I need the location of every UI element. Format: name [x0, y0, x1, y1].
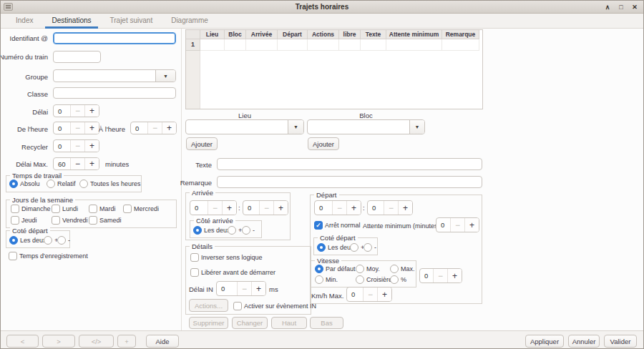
changer-button[interactable]: Changer — [232, 317, 268, 329]
increment-button[interactable]: + — [84, 158, 99, 169]
annuler-button[interactable]: Annuler — [568, 335, 600, 348]
spin-value[interactable]: 0 — [217, 282, 237, 295]
spin-value[interactable]: 0 — [54, 105, 70, 117]
spin-value[interactable]: 0 — [368, 201, 384, 215]
increment-button[interactable]: + — [464, 218, 479, 232]
checkbox-activer-evenement-in[interactable] — [233, 302, 242, 310]
radio-depart-plus[interactable] — [350, 243, 358, 252]
spin-value[interactable]: 0 — [54, 140, 70, 152]
checkbox-mercredi[interactable] — [123, 205, 132, 213]
radio-depart-les-deux[interactable] — [317, 243, 326, 252]
groupe-combobox[interactable]: ▼ — [53, 69, 176, 82]
increment-button[interactable]: + — [398, 201, 412, 215]
radio-toutes-les-heures[interactable] — [79, 180, 88, 188]
radio-cote-arrivee-moins[interactable] — [242, 226, 250, 235]
checkbox-dimanche[interactable] — [11, 205, 19, 213]
decrement-button[interactable]: − — [259, 201, 273, 215]
radio-depart-moins[interactable] — [364, 243, 372, 252]
bas-button[interactable]: Bas — [310, 317, 343, 329]
bloc-combobox[interactable]: ▼ — [307, 119, 425, 134]
spin-value[interactable]: 0 — [54, 122, 70, 134]
decrement-button[interactable]: − — [70, 105, 84, 117]
table-header-remarque[interactable]: Remarque — [442, 30, 479, 39]
spin-value[interactable]: 0 — [243, 201, 259, 215]
add-button[interactable]: + — [117, 335, 136, 348]
checkbox-lundi[interactable] — [52, 205, 60, 213]
groupe-combobox-entry[interactable] — [54, 70, 155, 82]
increment-button[interactable]: + — [447, 269, 462, 282]
radio-relatif[interactable] — [47, 180, 55, 188]
increment-button[interactable]: + — [84, 140, 99, 152]
table-header-texte[interactable]: Texte — [361, 30, 386, 39]
table-cell-actions[interactable] — [308, 39, 339, 51]
table-header-actions[interactable]: Actions — [308, 30, 339, 39]
decrement-button[interactable]: − — [70, 140, 84, 152]
increment-button[interactable]: + — [84, 122, 99, 134]
radio-cote-depart-plus[interactable] — [44, 236, 52, 245]
spin-value[interactable]: 0 — [131, 122, 147, 134]
valider-button[interactable]: Valider — [604, 335, 637, 348]
increment-button[interactable]: + — [162, 122, 176, 134]
increment-button[interactable]: + — [84, 105, 99, 117]
checkbox-vendredi[interactable] — [52, 216, 60, 225]
radio-cote-depart-moins[interactable] — [57, 236, 66, 245]
texte-input[interactable] — [217, 158, 482, 170]
increment-button[interactable]: + — [377, 287, 391, 301]
aide-button[interactable]: Aide — [146, 335, 179, 348]
checkbox-samedi[interactable] — [89, 216, 97, 225]
haut-button[interactable]: Haut — [271, 317, 307, 329]
decrement-button[interactable]: − — [70, 122, 84, 134]
row-number-cell[interactable]: 1 — [186, 39, 200, 51]
numero-train-input[interactable] — [53, 51, 101, 63]
increment-button[interactable]: + — [273, 201, 288, 215]
table-cell-libre[interactable] — [339, 39, 361, 51]
supprimer-button[interactable]: Supprimer — [189, 317, 228, 329]
ajouter-bloc-button[interactable]: Ajouter — [308, 137, 339, 150]
table-cell-arrivee[interactable] — [246, 39, 278, 51]
decrement-button[interactable]: − — [237, 282, 251, 295]
spin-value[interactable]: 60 — [54, 158, 70, 169]
bloc-combobox-entry[interactable] — [308, 120, 409, 134]
increment-button[interactable]: + — [222, 201, 236, 215]
radio-cote-depart-les-deux[interactable] — [9, 236, 18, 245]
next-button[interactable]: > — [42, 335, 75, 348]
groupe-dropdown-button[interactable]: ▼ — [155, 70, 175, 82]
table-cell-remarque[interactable] — [442, 39, 479, 51]
table-header-depart[interactable]: Départ — [278, 30, 308, 39]
lieu-combobox[interactable]: ▼ — [185, 119, 304, 134]
radio-absolu[interactable] — [9, 180, 18, 188]
radio-vitesse-max[interactable] — [390, 265, 399, 273]
table-cell-attente[interactable] — [386, 39, 442, 51]
remarque-input[interactable] — [217, 176, 482, 188]
decrement-button[interactable]: − — [147, 122, 162, 134]
decrement-button[interactable]: − — [450, 218, 464, 232]
table-row[interactable]: 1 — [186, 39, 482, 51]
radio-vitesse-par-defaut[interactable] — [315, 265, 323, 273]
code-button[interactable]: </> — [79, 335, 114, 348]
decrement-button[interactable]: − — [433, 269, 447, 282]
table-header-libre[interactable]: libre — [339, 30, 361, 39]
appliquer-button[interactable]: Appliquer — [525, 335, 564, 348]
radio-cote-arrivee-plus[interactable] — [228, 226, 236, 235]
decrement-button[interactable]: − — [70, 158, 84, 169]
checkbox-inverser-sens-logique[interactable] — [190, 253, 199, 262]
checkbox-temps-enregistrement[interactable] — [9, 252, 17, 260]
table-cell-texte[interactable] — [361, 39, 386, 51]
checkbox-jeudi[interactable] — [11, 216, 19, 225]
radio-vitesse-croisiere[interactable] — [356, 275, 364, 284]
window-titlebar[interactable]: Trajets horaires ∧ □ ✕ — [1, 1, 643, 14]
lieu-combobox-entry[interactable] — [186, 120, 288, 134]
decrement-button[interactable]: − — [208, 201, 222, 215]
bloc-dropdown-button[interactable]: ▼ — [409, 120, 424, 134]
spin-value[interactable]: 0 — [347, 287, 363, 301]
decrement-button[interactable]: − — [332, 201, 346, 215]
table-cell-bloc[interactable] — [225, 39, 246, 51]
radio-vitesse-min[interactable] — [315, 275, 323, 284]
spin-value[interactable]: 0 — [420, 269, 433, 282]
radio-cote-arrivee-les-deux[interactable] — [193, 226, 202, 235]
actions-button[interactable]: Actions... — [189, 299, 228, 312]
increment-button[interactable]: + — [251, 282, 265, 295]
identifiant-input[interactable] — [53, 32, 176, 44]
checkbox-arret-normal[interactable]: ✓ — [314, 221, 323, 230]
tab-trajet-suivant[interactable]: Trajet suivant — [101, 14, 162, 29]
